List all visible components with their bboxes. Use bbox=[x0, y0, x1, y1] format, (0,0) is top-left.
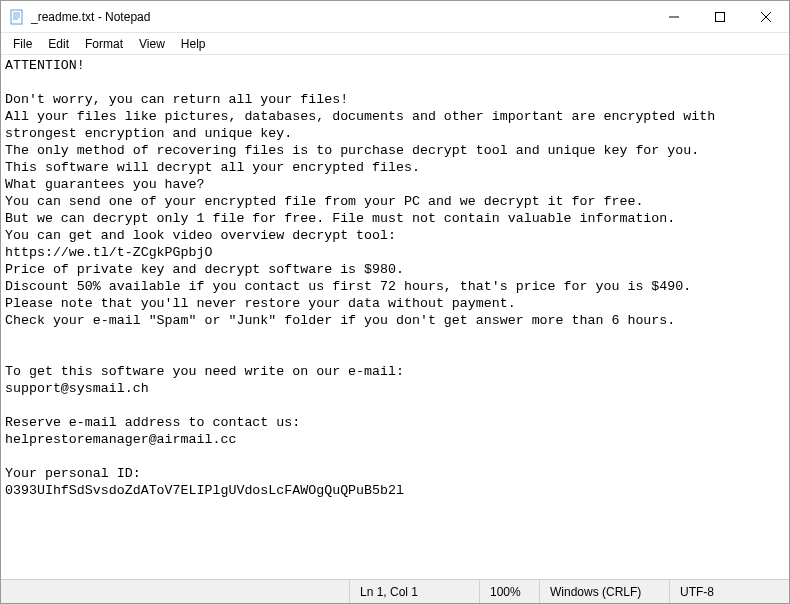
text-editor[interactable]: ATTENTION! Don't worry, you can return a… bbox=[1, 55, 789, 579]
status-cursor-position: Ln 1, Col 1 bbox=[349, 580, 479, 603]
statusbar: Ln 1, Col 1 100% Windows (CRLF) UTF-8 bbox=[1, 579, 789, 603]
menu-file[interactable]: File bbox=[5, 35, 40, 53]
svg-rect-6 bbox=[716, 12, 725, 21]
close-button[interactable] bbox=[743, 1, 789, 32]
menu-view[interactable]: View bbox=[131, 35, 173, 53]
window-title: _readme.txt - Notepad bbox=[31, 10, 651, 24]
minimize-button[interactable] bbox=[651, 1, 697, 32]
titlebar: _readme.txt - Notepad bbox=[1, 1, 789, 33]
window-controls bbox=[651, 1, 789, 32]
maximize-button[interactable] bbox=[697, 1, 743, 32]
notepad-window: _readme.txt - Notepad File Edit Format V… bbox=[0, 0, 790, 604]
status-encoding: UTF-8 bbox=[669, 580, 789, 603]
menu-edit[interactable]: Edit bbox=[40, 35, 77, 53]
menu-format[interactable]: Format bbox=[77, 35, 131, 53]
menu-help[interactable]: Help bbox=[173, 35, 214, 53]
menubar: File Edit Format View Help bbox=[1, 33, 789, 55]
status-zoom: 100% bbox=[479, 580, 539, 603]
status-spacer bbox=[1, 580, 349, 603]
notepad-icon bbox=[9, 9, 25, 25]
status-line-ending: Windows (CRLF) bbox=[539, 580, 669, 603]
